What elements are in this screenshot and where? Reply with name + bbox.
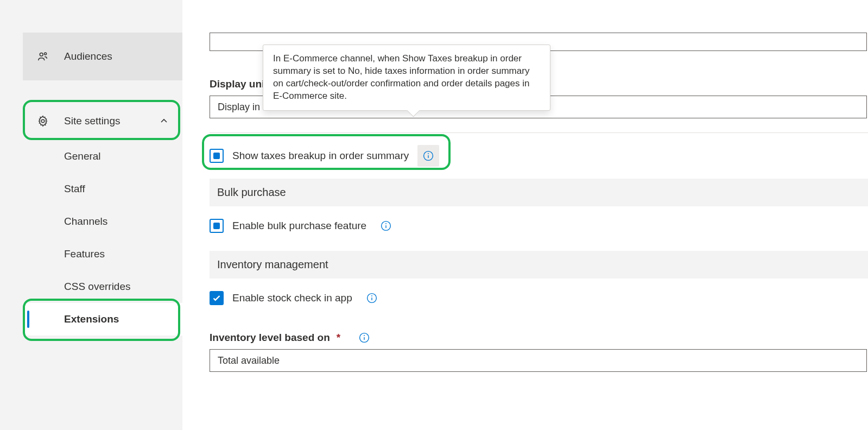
chevron-up-icon — [160, 117, 168, 125]
sidebar-sub-label: Channels — [64, 216, 107, 227]
info-button[interactable] — [361, 287, 383, 309]
svg-point-8 — [385, 223, 387, 224]
sidebar-sub-channels[interactable]: Channels — [23, 205, 182, 238]
sidebar-item-site-settings[interactable]: Site settings — [23, 102, 182, 140]
enable-bulk-row: Enable bulk purchase feature — [210, 206, 397, 245]
show-taxes-label: Show taxes breakup in order summary — [232, 150, 409, 162]
svg-point-5 — [428, 153, 429, 154]
enable-bulk-checkbox[interactable] — [210, 219, 224, 233]
sidebar-sub-extensions[interactable]: Extensions — [23, 303, 182, 336]
sidebar-sub-label: General — [64, 150, 101, 162]
info-icon — [359, 332, 370, 343]
sidebar-item-label: Site settings — [64, 115, 160, 127]
svg-point-0 — [40, 53, 43, 56]
gear-icon — [37, 115, 64, 127]
sidebar-sub-staff[interactable]: Staff — [23, 173, 182, 205]
sidebar-sub-features[interactable]: Features — [23, 238, 182, 270]
required-asterisk: * — [337, 332, 340, 344]
input-value: Total available — [218, 355, 280, 366]
enable-stock-checkbox[interactable] — [210, 291, 224, 305]
sidebar-sub-label: CSS overrides — [64, 281, 131, 293]
svg-point-14 — [364, 335, 365, 336]
sidebar-sub-label: Features — [64, 248, 105, 260]
audiences-icon — [37, 50, 64, 62]
svg-point-11 — [371, 295, 372, 296]
sidebar-sub-label: Extensions — [64, 313, 119, 325]
info-icon — [381, 220, 391, 231]
info-icon — [366, 293, 377, 303]
svg-point-2 — [41, 119, 45, 123]
info-icon — [423, 150, 434, 161]
inventory-header: Inventory management — [210, 251, 868, 279]
enable-stock-label: Enable stock check in app — [232, 292, 352, 304]
inventory-level-input[interactable]: Total available — [210, 349, 867, 372]
info-button[interactable] — [359, 332, 370, 343]
show-taxes-row: Show taxes breakup in order summary — [210, 133, 439, 179]
sidebar-item-audiences[interactable]: Audiences — [23, 33, 182, 80]
sidebar-sub-general[interactable]: General — [23, 140, 182, 173]
check-icon — [212, 293, 221, 303]
inventory-level-label: Inventory level based on * — [210, 332, 868, 344]
bulk-purchase-header: Bulk purchase — [210, 179, 868, 206]
enable-bulk-label: Enable bulk purchase feature — [232, 220, 366, 232]
info-button[interactable] — [375, 215, 397, 237]
info-button[interactable] — [417, 145, 439, 167]
enable-stock-row: Enable stock check in app — [210, 279, 383, 318]
tooltip: In E-Commerce channel, when Show Taxes b… — [263, 45, 550, 111]
sidebar-item-label: Audiences — [64, 50, 182, 62]
sidebar-sub-label: Staff — [64, 183, 85, 195]
svg-point-1 — [45, 53, 47, 55]
sidebar-sub-css-overrides[interactable]: CSS overrides — [23, 270, 182, 303]
show-taxes-checkbox[interactable] — [210, 149, 224, 163]
tooltip-text: In E-Commerce channel, when Show Taxes b… — [273, 53, 529, 101]
